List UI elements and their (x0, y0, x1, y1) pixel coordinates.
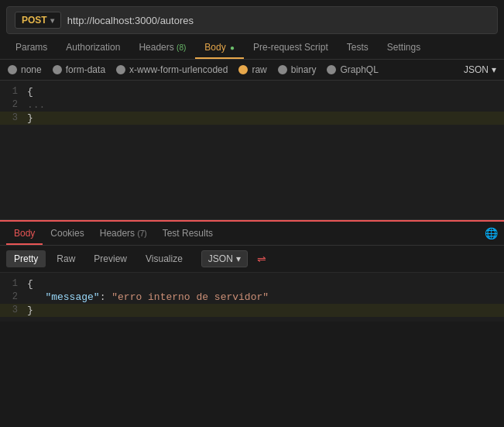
req-line-3: 3 } (0, 112, 504, 125)
resp-line-content-3: } (27, 305, 504, 316)
radio-binary (278, 65, 287, 74)
resp-line-1: 1 { (0, 277, 504, 291)
json-chevron-icon: ▾ (492, 64, 496, 75)
tab-body[interactable]: Body ● (195, 36, 244, 59)
resp-headers-badge: (7) (137, 229, 146, 238)
url-bar: POST ▾ (6, 6, 498, 34)
req-line-2: 2 ... (0, 98, 504, 112)
resp-line-3: 3 } (0, 304, 504, 317)
response-json-dropdown[interactable]: JSON ▾ (201, 250, 248, 267)
resp-tab-body[interactable]: Body (6, 222, 43, 245)
body-options-row: none form-data x-www-form-urlencoded raw… (0, 60, 504, 81)
headers-badge: (8) (177, 43, 186, 52)
req-line-1: 1 { (0, 85, 504, 98)
resp-json-chevron-icon: ▾ (236, 253, 241, 264)
fmt-tab-visualize[interactable]: Visualize (138, 250, 190, 267)
fmt-tab-pretty[interactable]: Pretty (6, 250, 46, 267)
radio-graphql (327, 65, 336, 74)
option-none[interactable]: none (8, 64, 42, 75)
req-line-content-2: ... (27, 99, 504, 111)
json-type-dropdown[interactable]: JSON ▾ (464, 64, 496, 75)
tab-params[interactable]: Params (6, 36, 57, 59)
body-badge: ● (230, 43, 235, 52)
tab-authorization[interactable]: Authorization (57, 36, 129, 59)
option-form-data[interactable]: form-data (53, 64, 105, 75)
resp-line-num-3: 3 (0, 305, 27, 315)
resp-line-content-2: "message": "erro interno de servidor" (27, 291, 504, 303)
req-line-num-2: 2 (0, 99, 27, 110)
method-chevron-icon: ▾ (50, 16, 54, 25)
tab-headers[interactable]: Headers (8) (129, 36, 195, 59)
resp-line-num-2: 2 (0, 291, 27, 302)
req-line-content-3: } (27, 112, 504, 124)
url-input[interactable] (67, 15, 489, 26)
option-x-www-form-urlencoded[interactable]: x-www-form-urlencoded (116, 64, 228, 75)
response-top-tabs: Body Cookies Headers (7) Test Results 🌐 (0, 220, 504, 246)
request-body-editor[interactable]: 1 { 2 ... 3 } (0, 81, 504, 220)
response-section: Body Cookies Headers (7) Test Results 🌐 … (0, 220, 504, 322)
method-label: POST (22, 15, 47, 26)
req-line-num-1: 1 (0, 86, 27, 97)
resp-line-content-1: { (27, 278, 504, 290)
option-graphql[interactable]: GraphQL (327, 64, 378, 75)
fmt-tab-preview[interactable]: Preview (86, 250, 135, 267)
response-body-viewer: 1 { 2 "message": "erro interno de servid… (0, 273, 504, 322)
method-selector[interactable]: POST ▾ (15, 12, 61, 29)
option-binary[interactable]: binary (278, 64, 317, 75)
globe-icon[interactable]: 🌐 (485, 227, 498, 239)
radio-urlencoded (116, 65, 125, 74)
fmt-tab-raw[interactable]: Raw (49, 250, 83, 267)
tab-tests[interactable]: Tests (338, 36, 378, 59)
filter-icon[interactable]: ⇌ (257, 253, 266, 265)
resp-tab-cookies[interactable]: Cookies (43, 222, 91, 245)
response-format-row: Pretty Raw Preview Visualize JSON ▾ ⇌ (0, 246, 504, 273)
resp-tab-testresults[interactable]: Test Results (155, 222, 221, 245)
radio-raw (238, 65, 248, 74)
radio-none (8, 65, 17, 74)
option-raw[interactable]: raw (238, 64, 266, 75)
resp-tab-headers[interactable]: Headers (7) (92, 222, 155, 245)
req-line-num-3: 3 (0, 112, 27, 123)
req-line-content-1: { (27, 86, 504, 98)
resp-line-2: 2 "message": "erro interno de servidor" (0, 291, 504, 304)
top-request-tabs: Params Authorization Headers (8) Body ● … (0, 36, 504, 60)
tab-settings[interactable]: Settings (378, 36, 430, 59)
tab-prerequest[interactable]: Pre-request Script (244, 36, 338, 59)
radio-form-data (53, 65, 62, 74)
resp-line-num-1: 1 (0, 278, 27, 289)
